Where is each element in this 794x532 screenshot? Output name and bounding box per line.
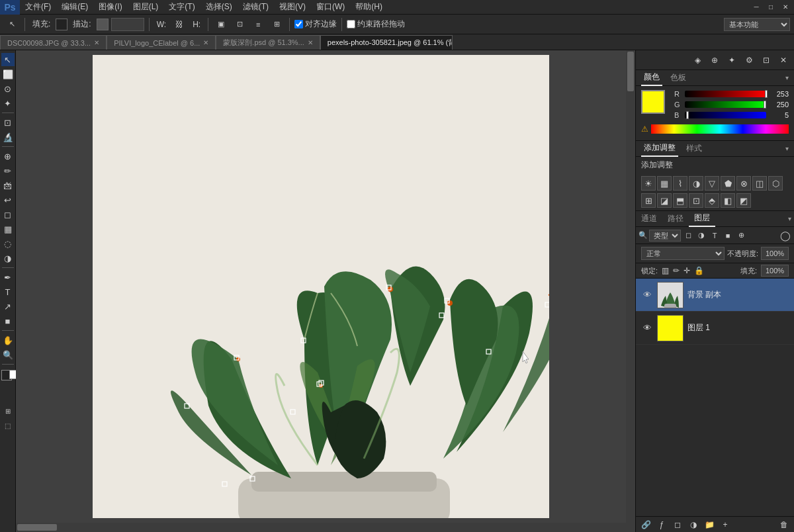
marquee-tool-button[interactable]: ⬜ bbox=[1, 67, 15, 81]
pen-tool-button[interactable]: ✒ bbox=[1, 271, 15, 284]
screen-mode-button[interactable]: ⬚ bbox=[1, 419, 15, 432]
opacity-input[interactable] bbox=[761, 247, 789, 260]
shape-tool-button[interactable]: ■ bbox=[1, 314, 15, 328]
paths-tab[interactable]: 路径 bbox=[662, 211, 689, 227]
blur-tool-button[interactable]: ◌ bbox=[1, 237, 15, 250]
filter-adj-icon[interactable]: ◑ bbox=[695, 230, 707, 242]
blue-slider[interactable] bbox=[685, 112, 766, 118]
stack-button[interactable]: ⊞ bbox=[269, 17, 285, 32]
align-left-button[interactable]: ▣ bbox=[213, 17, 229, 32]
horizontal-scroll-thumb[interactable] bbox=[17, 524, 57, 531]
styles-tab[interactable]: 样式 bbox=[684, 141, 705, 157]
invert-adj-icon[interactable]: ⬒ bbox=[673, 193, 687, 208]
delete-layer-button[interactable]: 🗑 bbox=[777, 518, 791, 531]
fill-color-swatch[interactable] bbox=[56, 19, 67, 30]
constrain-path-checkbox[interactable]: 约束路径拖动 bbox=[347, 19, 405, 30]
clone-stamp-button[interactable]: 🖄 bbox=[1, 179, 15, 192]
healing-brush-button[interactable]: ⊕ bbox=[1, 150, 15, 163]
panel-icon-1[interactable]: ◈ bbox=[689, 52, 705, 68]
align-edges-checkbox[interactable]: 对齐边缘 bbox=[294, 19, 337, 30]
tab-close-2[interactable]: ✕ bbox=[308, 39, 313, 46]
history-brush-button[interactable]: ↩ bbox=[1, 193, 15, 206]
tab-close-1[interactable]: ✕ bbox=[203, 39, 208, 46]
color-preview-swatch[interactable] bbox=[641, 90, 665, 114]
color-tab[interactable]: 颜色 bbox=[641, 70, 662, 86]
lasso-tool-button[interactable]: ⊙ bbox=[1, 82, 15, 95]
layers-panel-expand[interactable]: ▾ bbox=[785, 215, 794, 222]
panel-icon-6[interactable]: ✕ bbox=[775, 52, 791, 68]
layer-0-visibility-icon[interactable]: 👁 bbox=[641, 290, 653, 300]
menu-help[interactable]: 帮助(H) bbox=[350, 0, 388, 14]
lock-transparency-icon[interactable]: ▥ bbox=[662, 266, 669, 275]
stroke-color-swatch[interactable] bbox=[97, 19, 109, 30]
new-layer-button[interactable]: + bbox=[718, 518, 732, 531]
adjustments-tab[interactable]: 添加调整 bbox=[641, 141, 678, 157]
menu-text[interactable]: 文字(T) bbox=[163, 0, 200, 14]
filter-pixel-icon[interactable]: ◻ bbox=[682, 230, 694, 242]
text-tool-button[interactable]: T bbox=[1, 285, 15, 298]
fill-input[interactable] bbox=[761, 265, 789, 277]
menu-select[interactable]: 选择(S) bbox=[200, 0, 238, 14]
bw-adj-icon[interactable]: ◫ bbox=[752, 176, 767, 191]
hue-adj-icon[interactable]: ⬟ bbox=[721, 176, 735, 191]
panel-icon-2[interactable]: ⊕ bbox=[707, 52, 723, 68]
layers-tab[interactable]: 图层 bbox=[689, 211, 715, 227]
tab-1[interactable]: PILVI_logo_CElabel @ 6... ✕ bbox=[107, 35, 216, 50]
levels-adj-icon[interactable]: ▦ bbox=[657, 176, 672, 191]
curves-adj-icon[interactable]: ⌇ bbox=[673, 176, 687, 191]
tab-0[interactable]: DSC00098.JPG @ 33.3... ✕ bbox=[0, 35, 107, 50]
color-panel-expand[interactable]: ▾ bbox=[785, 74, 789, 81]
colorbalance-adj-icon[interactable]: ⊗ bbox=[736, 176, 751, 191]
filter-shape-icon[interactable]: ■ bbox=[722, 230, 734, 242]
colorlookup-adj-icon[interactable]: ◪ bbox=[657, 193, 672, 208]
vertical-scroll-thumb[interactable] bbox=[627, 52, 634, 91]
link-dimensions-button[interactable]: ⛓ bbox=[171, 17, 187, 32]
channelmixer-adj-icon[interactable]: ⊞ bbox=[641, 193, 656, 208]
layer-type-filter[interactable]: 类型 bbox=[649, 230, 681, 242]
gradmap-adj-icon[interactable]: ◧ bbox=[721, 193, 735, 208]
canvas-document[interactable] bbox=[93, 55, 549, 518]
menu-view[interactable]: 视图(V) bbox=[274, 0, 311, 14]
zoom-tool-button[interactable]: 🔍 bbox=[1, 348, 15, 361]
panel-icon-3[interactable]: ✦ bbox=[724, 52, 740, 68]
layer-item-1[interactable]: 👁 图层 1 bbox=[636, 312, 794, 345]
menu-image[interactable]: 图像(I) bbox=[93, 0, 127, 14]
layer-1-thumbnail[interactable] bbox=[657, 315, 684, 341]
panel-icon-5[interactable]: ⊡ bbox=[758, 52, 774, 68]
menu-filter[interactable]: 滤镜(T) bbox=[238, 0, 274, 14]
crop-tool-button[interactable]: ⊡ bbox=[1, 116, 15, 129]
move-tool-button[interactable]: ↖ bbox=[1, 53, 15, 66]
lock-all-icon[interactable]: 🔒 bbox=[694, 266, 704, 275]
exposure-adj-icon[interactable]: ◑ bbox=[689, 176, 703, 191]
layer-adjustment-button[interactable]: ◑ bbox=[686, 518, 701, 531]
maximize-button[interactable]: □ bbox=[766, 3, 775, 12]
menu-edit[interactable]: 编辑(E) bbox=[56, 0, 93, 14]
brush-tool-button[interactable]: ✏ bbox=[1, 164, 15, 177]
align-center-button[interactable]: ⊡ bbox=[232, 17, 247, 32]
eraser-tool-button[interactable]: ◻ bbox=[1, 208, 15, 221]
filter-text-icon[interactable]: T bbox=[709, 230, 721, 242]
align-distribute-button[interactable]: ≡ bbox=[250, 17, 266, 32]
green-slider[interactable] bbox=[685, 101, 766, 108]
dodge-tool-button[interactable]: ◑ bbox=[1, 251, 15, 265]
canvas-area[interactable] bbox=[16, 50, 635, 532]
lock-paint-icon[interactable]: ✏ bbox=[673, 266, 680, 275]
swatches-tab[interactable]: 色板 bbox=[668, 70, 689, 86]
photofilter-adj-icon[interactable]: ⬡ bbox=[768, 176, 783, 191]
quick-mask-button[interactable]: ⊞ bbox=[1, 404, 15, 418]
vertical-scrollbar[interactable] bbox=[626, 50, 635, 523]
path-selection-button[interactable]: ↗ bbox=[1, 300, 15, 313]
stroke-width-input[interactable] bbox=[111, 18, 144, 31]
workspace-selector[interactable]: 基本功能 bbox=[724, 18, 790, 31]
horizontal-scrollbar[interactable] bbox=[16, 523, 626, 532]
layer-mask-button[interactable]: ◻ bbox=[670, 518, 685, 531]
adj-panel-expand[interactable]: ▾ bbox=[785, 145, 789, 152]
layer-item-0[interactable]: 👁 背景 副本 bbox=[636, 279, 794, 312]
channels-tab[interactable]: 通道 bbox=[636, 211, 662, 227]
blend-mode-selector[interactable]: 正常 bbox=[641, 247, 725, 260]
panel-icon-4[interactable]: ⚙ bbox=[741, 52, 757, 68]
filter-smart-icon[interactable]: ⊕ bbox=[735, 230, 747, 242]
filter-toggle[interactable]: ◯ bbox=[779, 230, 791, 242]
red-slider[interactable] bbox=[685, 91, 766, 97]
magic-wand-button[interactable]: ✦ bbox=[1, 97, 15, 110]
